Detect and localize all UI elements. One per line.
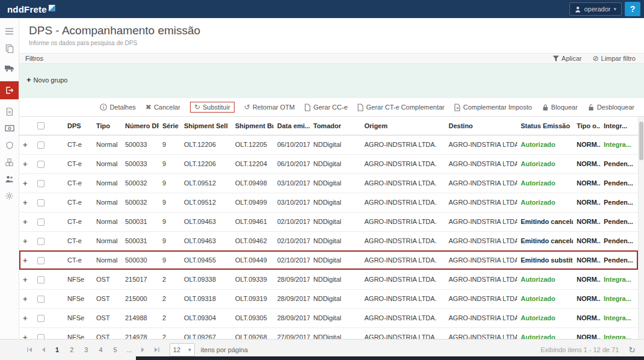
- table-row[interactable]: + NFSe OST 214988 2 OLT.09304 OLT.09305 …: [19, 308, 638, 327]
- column-header-shipment-sell[interactable]: Shipment Sell: [180, 117, 232, 135]
- expand-row-button[interactable]: +: [23, 314, 28, 323]
- expand-row-button[interactable]: +: [23, 333, 28, 340]
- column-header-dps[interactable]: DPS: [64, 117, 93, 135]
- refresh-button[interactable]: ↻: [628, 346, 636, 354]
- column-header-numero-dps[interactable]: Número DPS: [121, 117, 159, 135]
- sidebar-item-document[interactable]: [0, 103, 19, 120]
- expand-row-button[interactable]: +: [23, 179, 28, 188]
- details-button[interactable]: Detalhes: [100, 104, 135, 111]
- prev-page-button[interactable]: [41, 347, 46, 353]
- generate-cte-complementar-button[interactable]: Gerar CT-e Complementar: [357, 104, 444, 111]
- table-row[interactable]: + CT-e Normal 500032 9 OLT.09512 OLT.094…: [19, 193, 638, 212]
- cell-origem: AGRO-INDSTRIA LTDA.: [361, 193, 445, 212]
- page-button-3[interactable]: 3: [83, 346, 89, 353]
- table-row[interactable]: + NFSe OST 215017 2 OLT.09338 OLT.09339 …: [19, 270, 638, 289]
- sidebar-item-truck[interactable]: [0, 60, 19, 76]
- column-header-serie[interactable]: Série ...: [159, 117, 180, 135]
- sidebar-item-billing[interactable]: [0, 120, 19, 137]
- expand-row-button[interactable]: +: [23, 237, 28, 246]
- table-row[interactable]: + CT-e Normal 500031 9 OLT.09463 OLT.094…: [19, 231, 638, 250]
- expand-row-button[interactable]: +: [23, 217, 28, 226]
- column-header-destino[interactable]: Destino: [445, 117, 517, 135]
- row-checkbox[interactable]: [37, 141, 44, 149]
- cell-select: [34, 135, 64, 154]
- next-page-button[interactable]: [141, 347, 146, 353]
- table-row[interactable]: + CT-e Normal 500033 9 OLT.12206 OLT.122…: [19, 154, 638, 173]
- row-checkbox[interactable]: [37, 161, 44, 168]
- unblock-button[interactable]: Desbloquear: [587, 104, 634, 111]
- user-menu[interactable]: operador ▾: [569, 2, 622, 16]
- row-checkbox[interactable]: [37, 315, 44, 322]
- column-header-select[interactable]: [34, 117, 64, 135]
- generate-cce-button[interactable]: Gerar CC-e: [304, 104, 348, 111]
- table-row[interactable]: + CT-e Normal 500032 9 OLT.09512 OLT.094…: [19, 173, 638, 193]
- row-checkbox[interactable]: [37, 199, 44, 206]
- complementar-imposto-button[interactable]: Complementar Imposto: [454, 104, 532, 111]
- column-header-origem[interactable]: Origem: [361, 117, 445, 135]
- cell-shipment-buy: OLT.09462: [232, 231, 274, 250]
- expand-row-button[interactable]: +: [23, 294, 28, 303]
- expand-row-button[interactable]: +: [23, 275, 28, 284]
- help-button[interactable]: ?: [625, 2, 640, 16]
- cell-shipment-sell: OLT.09267: [180, 327, 232, 339]
- table-row[interactable]: + NFSe OST 215000 2 OLT.09318 OLT.09319 …: [19, 289, 638, 308]
- cell-integr: Penden...: [600, 173, 638, 193]
- sidebar-item-packages[interactable]: [0, 154, 19, 170]
- clear-filter-button[interactable]: ⊘ Limpar filtro: [592, 55, 636, 62]
- sidebar-item-menu[interactable]: [0, 23, 19, 40]
- table-row[interactable]: + CT-e Normal 500031 9 OLT.09463 OLT.094…: [19, 212, 638, 231]
- column-header-status-emissao[interactable]: Status Emissão: [517, 117, 573, 135]
- column-header-tipo-o[interactable]: Tipo o...: [573, 117, 600, 135]
- cell-dps: NFSe: [64, 327, 93, 339]
- page-button-5[interactable]: 5: [112, 346, 118, 353]
- page-button-1[interactable]: 1: [54, 346, 60, 353]
- last-page-button[interactable]: [154, 347, 160, 353]
- cell-origem: AGRO-INDSTRIA LTDA.: [361, 154, 445, 173]
- row-checkbox[interactable]: [37, 276, 44, 284]
- substitute-button[interactable]: ↻ Substituir: [190, 102, 235, 113]
- table-row[interactable]: + CT-e Normal 500033 9 OLT.12206 OLT.122…: [19, 135, 638, 154]
- cell-numero-dps: 214978: [121, 327, 159, 339]
- page-button-2[interactable]: 2: [69, 346, 75, 353]
- row-checkbox[interactable]: [37, 296, 44, 303]
- cell-expand: +: [19, 250, 34, 270]
- sidebar-item-users[interactable]: [0, 170, 19, 187]
- expand-row-button[interactable]: +: [23, 198, 28, 207]
- row-checkbox[interactable]: [37, 238, 44, 245]
- column-header-tipo[interactable]: Tipo: [93, 117, 121, 135]
- header-checkbox[interactable]: [37, 122, 44, 129]
- sidebar-item-emission[interactable]: [0, 81, 19, 99]
- cell-status-emissao: Autorizado: [517, 289, 573, 308]
- cell-select: [34, 154, 64, 173]
- first-page-button[interactable]: [26, 347, 32, 353]
- cancel-button[interactable]: ✖ Cancelar: [146, 104, 180, 111]
- table-row[interactable]: + CT-e Normal 500030 9 OLT.09455 OLT.094…: [19, 250, 638, 270]
- column-header-integr[interactable]: Integr...: [600, 117, 638, 135]
- block-button[interactable]: Bloquear: [542, 104, 578, 111]
- row-checkbox[interactable]: [37, 334, 44, 339]
- expand-row-button[interactable]: +: [23, 256, 28, 265]
- sidebar-item-copy[interactable]: [0, 40, 19, 57]
- sidebar-item-security[interactable]: [0, 137, 19, 154]
- column-header-tomador[interactable]: Tomador: [310, 117, 361, 135]
- column-header-shipment-buy[interactable]: Shipment Buy: [232, 117, 274, 135]
- page-size-select[interactable]: 12 ▾: [170, 343, 195, 356]
- table-row[interactable]: + NFSe OST 214978 2 OLT.09267 OLT.09268 …: [19, 327, 638, 339]
- return-otm-button[interactable]: ↺ Retornar OTM: [244, 104, 295, 111]
- expand-row-button[interactable]: +: [23, 160, 28, 169]
- column-header-data-emissao[interactable]: Data emi...: [274, 117, 310, 135]
- scrollbar-thumb[interactable]: [639, 122, 643, 160]
- vertical-scrollbar[interactable]: [638, 117, 644, 339]
- page-ellipsis[interactable]: ...: [127, 346, 132, 353]
- sidebar-item-settings[interactable]: [0, 187, 19, 204]
- row-checkbox[interactable]: [37, 180, 44, 187]
- expand-row-button[interactable]: +: [23, 140, 28, 149]
- cell-serie: 9: [159, 231, 180, 250]
- row-checkbox[interactable]: [37, 257, 44, 264]
- apply-filter-button[interactable]: Aplicar: [553, 55, 582, 62]
- page-button-4[interactable]: 4: [97, 346, 103, 353]
- cell-data-emissao: 28/09/2017: [274, 270, 310, 289]
- row-checkbox[interactable]: [37, 219, 44, 226]
- cell-data-emissao: 28/09/2017: [274, 289, 310, 308]
- new-group-button[interactable]: + Novo grupo: [26, 76, 67, 84]
